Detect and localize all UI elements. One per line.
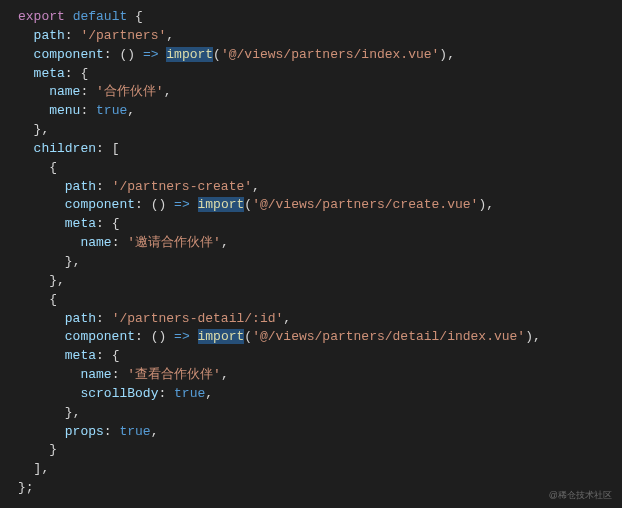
kw-default: default: [73, 9, 128, 24]
kw-export: export: [18, 9, 65, 24]
val-path: '/partners': [80, 28, 166, 43]
c2-val-props: true: [119, 424, 150, 439]
c2-prop-props: props: [65, 424, 104, 439]
c1-prop-path: path: [65, 179, 96, 194]
prop-children: children: [34, 141, 96, 156]
prop-meta: meta: [34, 66, 65, 81]
watermark: @稀仓技术社区: [549, 489, 612, 502]
c2-prop-meta: meta: [65, 348, 96, 363]
val-name: '合作伙伴': [96, 84, 164, 99]
val-menu: true: [96, 103, 127, 118]
c2-val-path: '/partners-detail/:id': [112, 311, 284, 326]
prop-component: component: [34, 47, 104, 62]
c2-prop-path: path: [65, 311, 96, 326]
prop-path: path: [34, 28, 65, 43]
c2-prop-component: component: [65, 329, 135, 344]
import-keyword: import: [166, 47, 213, 62]
c1-prop-component: component: [65, 197, 135, 212]
c1-import-keyword: import: [198, 197, 245, 212]
c2-val-scrollbody: true: [174, 386, 205, 401]
import-arg: '@/views/partners/index.vue': [221, 47, 439, 62]
c2-prop-name: name: [80, 367, 111, 382]
c2-prop-scrollbody: scrollBody: [80, 386, 158, 401]
prop-name: name: [49, 84, 80, 99]
c1-prop-meta: meta: [65, 216, 96, 231]
code-block: export default { path: '/partners', comp…: [0, 8, 622, 498]
c2-import-keyword: import: [198, 329, 245, 344]
c1-val-name: '邀请合作伙伴': [127, 235, 221, 250]
c1-import-arg: '@/views/partners/create.vue': [252, 197, 478, 212]
c2-import-arg: '@/views/partners/detail/index.vue': [252, 329, 525, 344]
c1-val-path: '/partners-create': [112, 179, 252, 194]
prop-menu: menu: [49, 103, 80, 118]
c1-prop-name: name: [80, 235, 111, 250]
c2-val-name: '查看合作伙伴': [127, 367, 221, 382]
